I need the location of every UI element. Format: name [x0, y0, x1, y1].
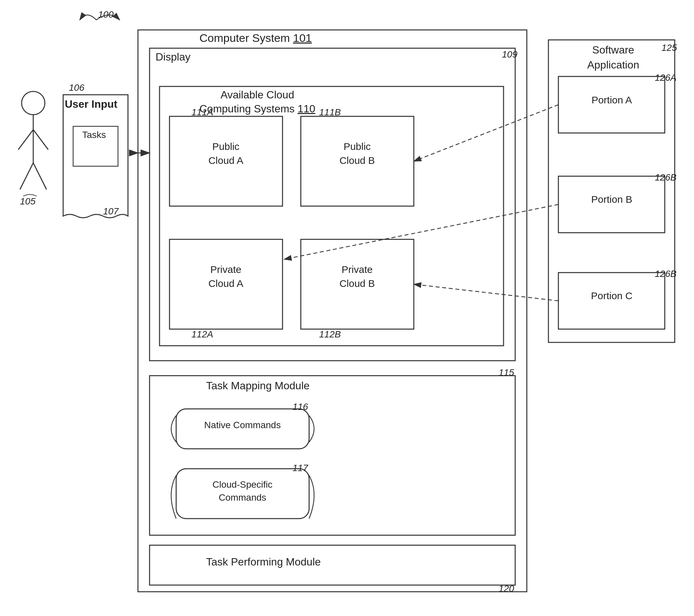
ref-120: 120: [498, 583, 514, 594]
svg-rect-11: [150, 545, 515, 585]
ref-117: 117: [292, 463, 308, 473]
svg-rect-3: [160, 87, 504, 346]
svg-point-23: [22, 91, 45, 115]
ref-111b: 111B: [319, 107, 341, 118]
svg-line-22: [414, 284, 559, 301]
ref-126b-2: 126B: [655, 269, 676, 279]
computer-system-label: Computer System 101: [199, 32, 312, 44]
svg-line-26: [33, 130, 48, 150]
ref-115: 115: [498, 367, 514, 378]
svg-line-21: [284, 204, 559, 259]
tasks-label: Tasks: [72, 130, 116, 140]
svg-line-25: [18, 130, 33, 150]
native-commands-label: Native Commands: [177, 420, 308, 431]
available-cloud-label: Available CloudComputing Systems 110: [199, 88, 315, 116]
portion-b-label: Portion B: [560, 194, 664, 205]
ref-111a: 111A: [191, 107, 213, 118]
ref-112a: 112A: [191, 329, 213, 340]
ref-109: 109: [502, 49, 517, 60]
ref-112b: 112B: [319, 329, 341, 340]
public-cloud-a-label: PublicCloud A: [170, 140, 281, 167]
ref-107: 107: [103, 206, 118, 217]
ref-100: 100: [98, 9, 114, 20]
ref-116: 116: [292, 402, 308, 412]
portion-c-label: Portion C: [560, 290, 664, 302]
svg-rect-8: [150, 376, 515, 535]
public-cloud-b-label: PublicCloud B: [302, 140, 413, 167]
svg-line-27: [20, 163, 33, 189]
private-cloud-a-label: PrivateCloud A: [170, 262, 281, 291]
task-performing-module-label: Task Performing Module: [206, 556, 321, 568]
private-cloud-b-label: PrivateCloud B: [302, 262, 413, 291]
user-input-label: User Input: [65, 98, 117, 110]
ref-126b-1: 126B: [655, 172, 676, 183]
ref-106: 106: [69, 83, 85, 93]
software-application-label: SoftwareApplication: [552, 42, 675, 72]
cloud-specific-commands-label: Cloud-SpecificCommands: [177, 478, 308, 504]
ref-105: 105: [20, 196, 36, 207]
display-label: Display: [156, 51, 190, 63]
task-mapping-module-label: Task Mapping Module: [206, 380, 309, 392]
ref-126a: 126A: [655, 72, 676, 83]
svg-line-20: [414, 105, 559, 161]
ref-125: 125: [661, 42, 677, 53]
svg-line-28: [33, 163, 47, 189]
portion-a-label: Portion A: [560, 94, 664, 106]
